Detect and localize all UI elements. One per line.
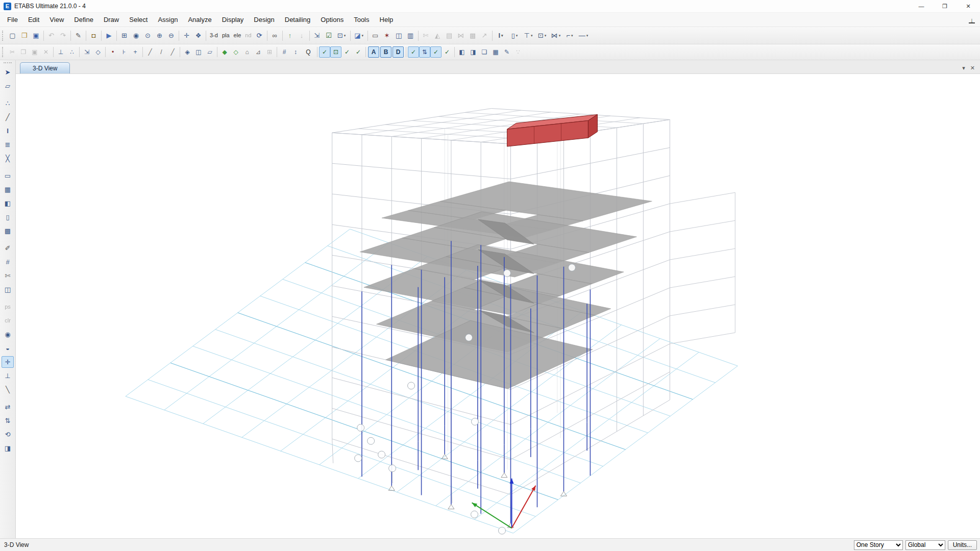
zoom-out-button[interactable]: ⊖ xyxy=(165,30,177,41)
image-tool-button[interactable]: ▩ xyxy=(467,30,479,41)
draw-dimension-line-tool[interactable]: ✐ xyxy=(2,242,14,254)
previous-zoom-button[interactable]: ⊙ xyxy=(142,30,154,41)
zoom-in-button[interactable]: ⊕ xyxy=(154,30,165,41)
align-objects-button[interactable]: ⊥ xyxy=(55,46,66,58)
trim-frame-button[interactable]: / xyxy=(156,46,167,58)
snap-to-lines-tool[interactable]: ╲ xyxy=(2,384,14,395)
quick-draw-floor-tool[interactable]: ◧ xyxy=(2,197,14,209)
clr-tool[interactable]: clr xyxy=(0,315,15,327)
add-wall-dropdown[interactable]: ▯ xyxy=(508,30,522,41)
section-cut-button[interactable]: ✄ xyxy=(420,30,432,41)
view-plan-button[interactable]: pla xyxy=(220,30,232,41)
toggle-object-edges[interactable]: ✓ xyxy=(408,46,419,58)
spire-tool-button[interactable]: ◭ xyxy=(432,30,444,41)
add-link-dropdown[interactable]: — xyxy=(577,30,591,41)
quick-draw-columns-tool[interactable]: I xyxy=(2,125,14,137)
snap-to-midpoints-tool[interactable]: ◒ xyxy=(2,342,14,354)
rubber-band-zoom-button[interactable]: ⊞ xyxy=(118,30,130,41)
download-icon[interactable]: ↓ xyxy=(969,16,975,23)
run-analysis-button[interactable]: ▶ xyxy=(103,30,115,41)
floor-slabs[interactable] xyxy=(360,182,652,389)
orbit-button[interactable]: ❖ xyxy=(192,30,204,41)
open-file-button[interactable]: ❒ xyxy=(18,30,30,41)
save-model-button[interactable]: ▣ xyxy=(30,30,42,41)
windows-similar-button[interactable]: ⊞ xyxy=(264,46,275,58)
restore-button[interactable]: ❐ xyxy=(933,0,957,12)
add-stair-dropdown[interactable]: ⌐ xyxy=(563,30,577,41)
menu-select[interactable]: Select xyxy=(124,14,153,26)
new-model-button[interactable]: ▢ xyxy=(7,30,18,41)
menu-help[interactable]: Help xyxy=(375,14,399,26)
quick-draw-beams-tool[interactable]: ≣ xyxy=(2,139,14,151)
edit-frame-button[interactable]: ⊦ xyxy=(118,46,130,58)
draw-floor-tool[interactable]: ▭ xyxy=(2,170,14,182)
quick-draw-braces-tool[interactable]: ╳ xyxy=(2,153,14,164)
draw-frame-tool[interactable]: ╱ xyxy=(2,111,14,123)
story-range-button[interactable]: ↕ xyxy=(290,46,301,58)
add-column-dropdown[interactable]: I xyxy=(494,30,508,41)
perspective-toggle-button[interactable]: ∞ xyxy=(269,30,281,41)
snap-toggle-midpoints[interactable]: ⊡ xyxy=(330,46,341,58)
bridge-link-tool-button[interactable]: ⋈ xyxy=(455,30,467,41)
annotate-button[interactable]: ✎ xyxy=(501,46,512,58)
object-shrink-toggle-button[interactable]: ⇲ xyxy=(311,30,323,41)
divide-frames-button[interactable]: • xyxy=(107,46,118,58)
tab-close-icon[interactable]: ✕ xyxy=(970,65,975,71)
menu-view[interactable]: View xyxy=(44,14,69,26)
view-cube-dropdown[interactable]: ◪ xyxy=(352,30,366,41)
offset-frame-button[interactable]: ╱ xyxy=(167,46,178,58)
join-frames-button[interactable]: + xyxy=(130,46,141,58)
developed-elevation-tool[interactable]: ◫ xyxy=(2,284,14,295)
snap-toggle-endpoints[interactable]: ✓ xyxy=(319,46,330,58)
flip-vertical-tool[interactable]: ⇅ xyxy=(2,415,14,427)
edit-shape-button[interactable]: ◇ xyxy=(92,46,104,58)
menu-draw[interactable]: Draw xyxy=(99,14,124,26)
minimize-button[interactable]: — xyxy=(910,0,933,12)
show-assignments-a-button[interactable]: A xyxy=(368,46,379,58)
tab-list-chevron-icon[interactable]: ▾ xyxy=(962,65,965,71)
expand-shrink-areas-button[interactable]: ◫ xyxy=(193,46,204,58)
menu-design[interactable]: Design xyxy=(249,14,279,26)
snap-to-perpendicular-tool[interactable]: ⊥ xyxy=(2,370,14,382)
snap-toggle-lines[interactable]: ✓ xyxy=(353,46,364,58)
snap-toggle-intersections[interactable]: ✓ xyxy=(341,46,353,58)
add-area-button[interactable]: ◆ xyxy=(219,46,230,58)
menu-edit[interactable]: Edit xyxy=(23,14,44,26)
copy-button[interactable]: ❐ xyxy=(18,46,29,58)
coord-system-selector[interactable]: Global xyxy=(905,540,945,550)
draw-special-joint-tool[interactable]: ∴ xyxy=(2,97,14,109)
show-assignments-b-button[interactable]: B xyxy=(380,46,391,58)
undo-button[interactable]: ↶ xyxy=(45,30,57,41)
extrude-left-button[interactable]: ◧ xyxy=(456,46,468,58)
draw-null-area-button[interactable]: ▭ xyxy=(370,30,381,41)
story-selector[interactable]: One Story xyxy=(854,540,903,550)
view-named-button[interactable]: nd xyxy=(243,30,253,41)
menu-options[interactable]: Options xyxy=(315,14,349,26)
close-button[interactable]: ✕ xyxy=(957,0,980,12)
snap-points-button[interactable]: ∴ xyxy=(66,46,78,58)
zoom-story-button[interactable]: Q xyxy=(301,46,315,58)
menu-tools[interactable]: Tools xyxy=(349,14,374,26)
reshape-tool[interactable]: ▱ xyxy=(2,80,14,92)
toggle-area-fill[interactable]: ✓ xyxy=(430,46,442,58)
quick-draw-wall-tool[interactable]: ▩ xyxy=(2,225,14,237)
cut-button[interactable]: ✂ xyxy=(7,46,18,58)
redo-button[interactable]: ↷ xyxy=(57,30,69,41)
transform-tool-button[interactable]: ↗ xyxy=(479,30,491,41)
model-view-canvas[interactable] xyxy=(16,74,980,538)
area-polygon-button[interactable]: ⌂ xyxy=(241,46,253,58)
add-truss-dropdown[interactable]: ⋈ xyxy=(549,30,563,41)
grid-options-button[interactable]: # xyxy=(279,46,290,58)
extrude-view-tool[interactable]: ◨ xyxy=(2,442,14,454)
show-axes-button[interactable]: ✶ xyxy=(381,30,393,41)
move-down-in-list-button[interactable]: ↓ xyxy=(296,30,308,41)
paste-button[interactable]: ▣ xyxy=(29,46,40,58)
restore-full-view-button[interactable]: ◉ xyxy=(130,30,142,41)
menu-detailing[interactable]: Detailing xyxy=(280,14,316,26)
display-options-dropdown[interactable]: ⊡ xyxy=(335,30,349,41)
select-pointer-tool[interactable]: ➤ xyxy=(2,66,14,78)
frame-elevation-views-button[interactable]: ◫ xyxy=(393,30,405,41)
add-area-by-click-button[interactable]: ◇ xyxy=(230,46,241,58)
draw-section-cut-tool[interactable]: ✄ xyxy=(2,270,14,282)
add-slab-dropdown[interactable]: ⊡ xyxy=(535,30,549,41)
